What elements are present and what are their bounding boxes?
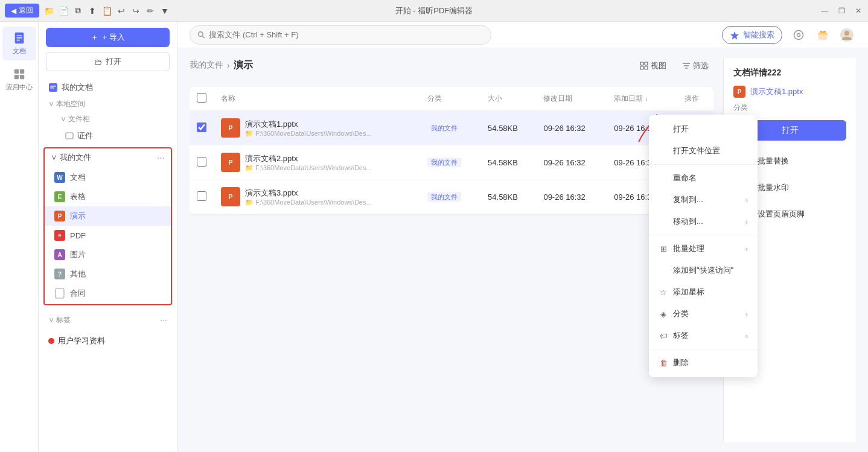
breadcrumb-root[interactable]: 我的文件 — [190, 60, 223, 71]
ctx-item-5[interactable]: 移动到...› — [649, 211, 758, 232]
ctx-icon-8 — [659, 266, 668, 275]
tag-item-0[interactable]: 用户学习资料 — [48, 333, 167, 349]
local-space-sub: ∨ 文件柜 证件 — [39, 112, 177, 145]
ctx-arrow-5: › — [745, 217, 748, 226]
pdf-file-icon: ≡ — [54, 230, 65, 241]
new-file-icon[interactable]: 📋 — [101, 5, 113, 17]
svg-rect-9 — [50, 86, 56, 87]
breadcrumb-current: 演示 — [234, 59, 253, 72]
other-file-label: 其他 — [70, 269, 86, 279]
redo-icon[interactable]: ↪ — [130, 5, 142, 17]
row-checkbox-2[interactable] — [197, 191, 206, 201]
file-category-2: 我的文件 — [427, 192, 461, 202]
sidebar-item-doc[interactable]: 文档 — [2, 27, 36, 60]
tags-section-header: ∨ 标签 ⋯ — [39, 313, 177, 328]
ctx-item-13[interactable]: 🗑删除 — [649, 352, 758, 374]
xls-file-label: 表格 — [70, 191, 86, 202]
file-name-1: 演示文稿2.pptx — [245, 153, 372, 164]
ctx-item-8[interactable]: 添加到"快速访问" — [649, 259, 758, 281]
file-name-cell-2: P 演示文稿3.pptx 📁 F:\360MoveData\Users\Wind… — [221, 187, 413, 206]
my-files-item-img[interactable]: A 图片 — [45, 245, 171, 264]
ctx-item-10[interactable]: ◈分类› — [649, 303, 758, 325]
delete-icon: 🗑 — [659, 358, 668, 368]
th-adddate[interactable]: 添加日期 ↓ — [607, 87, 677, 111]
ctx-item-11[interactable]: 🏷标签› — [649, 325, 758, 346]
open-button[interactable]: 🗁 打开 — [46, 52, 170, 71]
main-content: 智能搜索 — [177, 22, 868, 452]
ctx-item-7[interactable]: ⊞批量处理› — [649, 238, 758, 259]
sidebar-item-app[interactable]: 应用中心 — [2, 63, 36, 97]
my-files-item-contract[interactable]: 合同 — [45, 284, 171, 303]
file-moddate-0: 09-26 16:32 — [536, 111, 607, 145]
my-files-item-pdf[interactable]: ≡ PDF — [45, 226, 171, 245]
ctx-divider-6 — [649, 235, 758, 235]
restore-button[interactable]: ❒ — [837, 6, 846, 16]
th-size[interactable]: 大小 — [480, 87, 536, 111]
my-files-item-doc[interactable]: W 文档 — [45, 168, 171, 187]
cert-item[interactable]: 证件 — [65, 127, 177, 145]
th-category[interactable]: 分类 — [420, 87, 480, 111]
ctx-item-0[interactable]: 打开 — [649, 118, 758, 140]
copy-icon[interactable]: ⧉ — [72, 5, 84, 17]
img-file-label: 图片 — [70, 249, 86, 260]
close-button[interactable]: ✕ — [854, 6, 863, 16]
ctx-item-4[interactable]: 复制到...› — [649, 189, 758, 211]
user-avatar[interactable] — [838, 26, 856, 44]
ctx-item-9[interactable]: ☆添加星标 — [649, 281, 758, 303]
file-path-2: 📁 F:\360MoveData\Users\Windows\Des... — [245, 199, 372, 206]
ctx-label-0: 打开 — [673, 124, 689, 135]
my-doc-item[interactable]: 我的文档 — [39, 78, 177, 97]
my-files-item-xls[interactable]: E 表格 — [45, 187, 171, 206]
ai-search-button[interactable]: 智能搜索 — [722, 26, 782, 44]
my-files-item-other[interactable]: ? 其他 — [45, 264, 171, 284]
file-list-section: 我的文件 › 演示 视图 — [190, 58, 713, 442]
view-button[interactable]: 视图 — [635, 58, 671, 74]
breadcrumb: 我的文件 › 演示 — [190, 59, 253, 72]
tags-toggle[interactable]: ∨ 标签 — [48, 315, 71, 325]
settings-icon[interactable] — [790, 26, 808, 44]
ctx-arrow-7: › — [745, 244, 748, 253]
ctx-item-1[interactable]: 打开文件位置 — [649, 140, 758, 162]
file-table: 名称 分类 大小 修改日期 添加日期 ↓ 操作 P 演示文稿1.pptx — [190, 87, 713, 214]
svg-point-21 — [844, 31, 849, 36]
my-files-item-ppt[interactable]: P 演示 — [45, 206, 171, 226]
tags-more-icon[interactable]: ⋯ — [160, 316, 167, 325]
ai-icon — [730, 30, 739, 40]
back-button[interactable]: ◀ 返回 — [5, 4, 39, 18]
import-button[interactable]: ＋ + 导入 — [46, 28, 170, 47]
local-space-toggle[interactable]: ∨ 本地空间 — [48, 99, 85, 109]
file-moddate-1: 09-26 16:32 — [536, 145, 607, 180]
ctx-item-3[interactable]: 重命名 — [649, 167, 758, 189]
select-all-checkbox[interactable] — [197, 93, 206, 103]
row-checkbox-1[interactable] — [197, 157, 206, 167]
export-icon[interactable]: ⬆ — [86, 5, 98, 17]
my-files-more-icon[interactable]: ⋯ — [157, 153, 165, 162]
ctx-label-9: 添加星标 — [673, 287, 704, 298]
file-cabinet-toggle[interactable]: ∨ 文件柜 — [60, 114, 90, 124]
ctx-icon-1 — [659, 146, 668, 156]
title-bar-left: ◀ 返回 📁 📄 ⧉ ⬆ 📋 ↩ ↪ ✏ ▼ — [5, 4, 171, 18]
tag-icon: 🏷 — [659, 331, 668, 340]
img-file-icon: A — [54, 249, 65, 260]
import-plus-icon: ＋ — [91, 32, 98, 43]
file-icon[interactable]: 📄 — [57, 5, 69, 17]
file-size-0: 54.58KB — [480, 111, 536, 145]
folder-icon[interactable]: 📁 — [43, 5, 55, 17]
tool-header-footer-label: 设置页眉页脚 — [758, 209, 805, 220]
my-doc-icon — [48, 83, 58, 92]
search-input[interactable] — [209, 30, 483, 39]
row-checkbox-0[interactable] — [197, 123, 206, 132]
th-moddate[interactable]: 修改日期 — [536, 87, 607, 111]
file-name-cell-0: P 演示文稿1.pptx 📁 F:\360MoveData\Users\Wind… — [221, 118, 413, 138]
filter-button[interactable]: 筛选 — [677, 58, 713, 74]
sidebar-icons: 文档 应用中心 — [0, 22, 39, 452]
search-bar[interactable] — [190, 25, 491, 45]
pen-icon[interactable]: ✏ — [144, 5, 156, 17]
minimize-button[interactable]: — — [820, 6, 829, 16]
down-icon[interactable]: ▼ — [159, 5, 171, 17]
th-name[interactable]: 名称 — [214, 87, 420, 111]
file-area: 我的文件 › 演示 视图 — [177, 48, 868, 452]
gift-icon[interactable] — [814, 26, 832, 44]
undo-icon[interactable]: ↩ — [115, 5, 127, 17]
my-files-header[interactable]: ∨ 我的文件 ⋯ — [45, 148, 171, 167]
